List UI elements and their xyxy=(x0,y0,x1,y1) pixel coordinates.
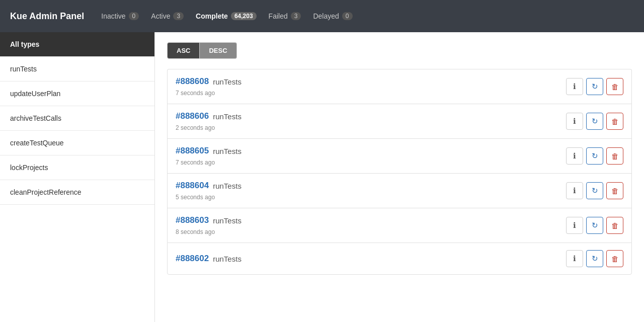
job-info: #888608runTests7 seconds ago xyxy=(176,76,242,97)
job-type: runTests xyxy=(213,77,242,86)
job-actions: ℹ↻🗑 xyxy=(566,113,623,130)
job-row: #888606runTests2 seconds agoℹ↻🗑 xyxy=(167,104,632,138)
job-actions: ℹ↻🗑 xyxy=(566,147,623,165)
job-refresh-button[interactable]: ↻ xyxy=(586,250,603,267)
job-actions: ℹ↻🗑 xyxy=(566,78,623,95)
job-time: 7 seconds ago xyxy=(176,159,242,166)
sort-asc-button[interactable]: ASC xyxy=(167,42,200,59)
sort-desc-button[interactable]: DESC xyxy=(200,42,236,59)
nav-tab-label-inactive: Inactive xyxy=(101,12,125,20)
job-time: 7 seconds ago xyxy=(176,90,242,97)
job-id-link[interactable]: #888608 xyxy=(176,76,209,87)
job-info-button[interactable]: ℹ xyxy=(566,217,583,234)
job-row: #888604runTests5 seconds agoℹ↻🗑 xyxy=(167,173,632,208)
job-info-button[interactable]: ℹ xyxy=(566,182,583,199)
nav-tab-failed[interactable]: Failed3 xyxy=(264,9,306,23)
job-type: runTests xyxy=(213,112,242,121)
job-time: 2 seconds ago xyxy=(176,124,242,131)
job-title: #888608runTests xyxy=(176,76,242,87)
job-type: runTests xyxy=(213,182,242,190)
nav-tab-complete[interactable]: Complete64,203 xyxy=(191,9,262,23)
sidebar-item-archiveTestCalls[interactable]: archiveTestCalls xyxy=(0,106,154,131)
job-actions: ℹ↻🗑 xyxy=(566,250,623,267)
job-info: #888604runTests5 seconds ago xyxy=(176,181,242,201)
job-delete-button[interactable]: 🗑 xyxy=(606,217,623,234)
nav-tab-label-complete: Complete xyxy=(196,12,228,20)
job-row: #888603runTests8 seconds agoℹ↻🗑 xyxy=(167,208,632,243)
main-content: ASC DESC #888608runTests7 seconds agoℹ↻🗑… xyxy=(155,32,644,322)
app-title: Kue Admin Panel xyxy=(10,11,84,22)
job-info: #888605runTests7 seconds ago xyxy=(176,146,242,166)
sidebar: All typesrunTestsupdateUserPlanarchiveTe… xyxy=(0,32,155,322)
nav-badge-complete: 64,203 xyxy=(231,12,257,20)
job-info-button[interactable]: ℹ xyxy=(566,250,583,267)
sort-bar: ASC DESC xyxy=(167,42,632,59)
job-info-button[interactable]: ℹ xyxy=(566,113,583,130)
job-id-link[interactable]: #888603 xyxy=(176,215,209,225)
job-title: #888603runTests xyxy=(176,215,242,225)
job-type: runTests xyxy=(213,147,242,155)
job-time: 5 seconds ago xyxy=(176,194,242,201)
nav-badge-delayed: 0 xyxy=(342,12,353,20)
job-row: #888602runTestsℹ↻🗑 xyxy=(167,243,632,275)
nav-tab-label-failed: Failed xyxy=(269,12,288,20)
nav-tab-label-delayed: Delayed xyxy=(313,12,339,20)
job-type: runTests xyxy=(213,255,242,263)
job-row: #888608runTests7 seconds agoℹ↻🗑 xyxy=(167,69,632,104)
job-row: #888605runTests7 seconds agoℹ↻🗑 xyxy=(167,138,632,173)
job-refresh-button[interactable]: ↻ xyxy=(586,113,603,130)
app-header: Kue Admin Panel Inactive0Active3Complete… xyxy=(0,0,644,32)
job-title: #888605runTests xyxy=(176,146,242,156)
job-id-link[interactable]: #888606 xyxy=(176,111,209,121)
job-refresh-button[interactable]: ↻ xyxy=(586,147,603,165)
job-actions: ℹ↻🗑 xyxy=(566,182,623,199)
job-time: 8 seconds ago xyxy=(176,228,242,235)
job-delete-button[interactable]: 🗑 xyxy=(606,147,623,165)
nav-tab-label-active: Active xyxy=(151,12,170,20)
nav-tab-inactive[interactable]: Inactive0 xyxy=(96,9,144,23)
main-nav: Inactive0Active3Complete64,203Failed3Del… xyxy=(96,9,357,23)
nav-badge-active: 3 xyxy=(173,12,184,20)
job-delete-button[interactable]: 🗑 xyxy=(606,78,623,95)
main-layout: All typesrunTestsupdateUserPlanarchiveTe… xyxy=(0,32,644,322)
job-info: #888603runTests8 seconds ago xyxy=(176,215,242,235)
job-delete-button[interactable]: 🗑 xyxy=(606,113,623,130)
job-info-button[interactable]: ℹ xyxy=(566,147,583,165)
sidebar-item-all-types[interactable]: All types xyxy=(0,32,154,57)
job-id-link[interactable]: #888605 xyxy=(176,146,209,156)
job-refresh-button[interactable]: ↻ xyxy=(586,217,603,234)
nav-badge-failed: 3 xyxy=(291,12,301,20)
job-title: #888602runTests xyxy=(176,254,242,264)
sidebar-item-lockProjects[interactable]: lockProjects xyxy=(0,155,154,180)
job-delete-button[interactable]: 🗑 xyxy=(606,250,623,267)
nav-tab-delayed[interactable]: Delayed0 xyxy=(308,9,357,23)
job-info: #888602runTests xyxy=(176,254,242,264)
nav-tab-active[interactable]: Active3 xyxy=(146,9,189,23)
sidebar-item-runTests[interactable]: runTests xyxy=(0,57,154,82)
job-id-link[interactable]: #888604 xyxy=(176,181,209,191)
job-refresh-button[interactable]: ↻ xyxy=(586,78,603,95)
sidebar-item-cleanProjectReference[interactable]: cleanProjectReference xyxy=(0,180,154,205)
job-title: #888604runTests xyxy=(176,181,242,191)
sidebar-item-updateUserPlan[interactable]: updateUserPlan xyxy=(0,82,154,106)
job-info: #888606runTests2 seconds ago xyxy=(176,111,242,131)
job-id-link[interactable]: #888602 xyxy=(176,254,209,264)
job-actions: ℹ↻🗑 xyxy=(566,217,623,234)
job-info-button[interactable]: ℹ xyxy=(566,78,583,95)
job-type: runTests xyxy=(213,216,242,225)
job-delete-button[interactable]: 🗑 xyxy=(606,182,623,199)
nav-badge-inactive: 0 xyxy=(129,12,139,20)
job-refresh-button[interactable]: ↻ xyxy=(586,182,603,199)
job-list: #888608runTests7 seconds agoℹ↻🗑#888606ru… xyxy=(167,69,632,275)
job-title: #888606runTests xyxy=(176,111,242,121)
sidebar-item-createTestQueue[interactable]: createTestQueue xyxy=(0,131,154,155)
